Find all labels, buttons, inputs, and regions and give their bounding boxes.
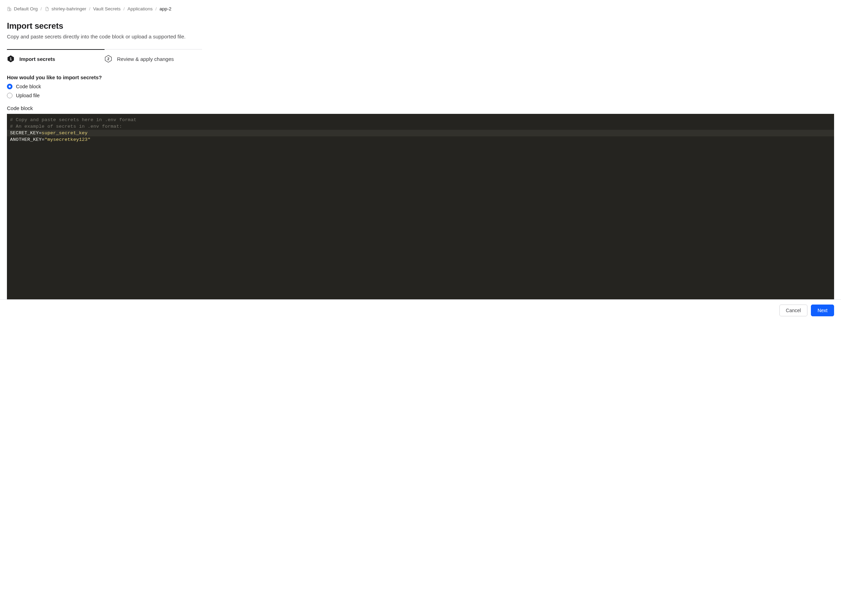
step-2-label: Review & apply changes <box>117 56 174 62</box>
footer-actions: Cancel Next <box>0 299 841 321</box>
radio-icon <box>7 84 12 89</box>
radio-code-block[interactable]: Code block <box>7 84 834 89</box>
cancel-button[interactable]: Cancel <box>779 305 808 316</box>
code-line: ANOTHER_KEY="mysecretkey123" <box>7 136 834 143</box>
radio-label: Code block <box>16 84 41 89</box>
step-import-secrets[interactable]: 1 Import secrets <box>7 49 104 63</box>
org-icon <box>7 7 12 12</box>
breadcrumb-current: app-2 <box>160 6 172 12</box>
code-line: # Copy and paste secrets here in .env fo… <box>7 117 834 123</box>
radio-label: Upload file <box>16 93 40 98</box>
import-method-radio-group: Code block Upload file <box>7 84 834 98</box>
step-1-badge: 1 <box>7 55 15 63</box>
radio-upload-file[interactable]: Upload file <box>7 93 834 98</box>
breadcrumb-separator: / <box>123 6 125 12</box>
page-title: Import secrets <box>7 21 834 31</box>
code-editor[interactable]: # Copy and paste secrets here in .env fo… <box>7 114 834 299</box>
code-line: # An example of secrets in .env format: <box>7 123 834 130</box>
file-icon <box>45 7 50 12</box>
svg-rect-1 <box>10 8 11 10</box>
breadcrumb-org[interactable]: Default Org <box>14 6 38 12</box>
next-button[interactable]: Next <box>811 305 834 316</box>
breadcrumb-service[interactable]: Vault Secrets <box>93 6 120 12</box>
breadcrumb-separator: / <box>89 6 90 12</box>
svg-rect-0 <box>7 7 10 11</box>
stepper: 1 Import secrets 2 Review & apply change… <box>7 49 202 63</box>
breadcrumb-section[interactable]: Applications <box>127 6 153 12</box>
step-2-badge: 2 <box>104 55 112 63</box>
radio-icon <box>7 93 12 98</box>
breadcrumb-separator: / <box>41 6 42 12</box>
step-1-label: Import secrets <box>19 56 55 62</box>
page-subtitle: Copy and paste secrets directly into the… <box>7 34 834 40</box>
import-method-question: How would you like to import secrets? <box>7 75 834 80</box>
step-review-apply[interactable]: 2 Review & apply changes <box>104 49 202 63</box>
code-line: SECRET_KEY=super_secret_key <box>7 130 834 136</box>
code-block-label: Code block <box>7 105 834 111</box>
breadcrumb-project[interactable]: shirley-bahringer <box>51 6 87 12</box>
breadcrumb: Default Org / shirley-bahringer / Vault … <box>7 6 834 12</box>
breadcrumb-separator: / <box>156 6 157 12</box>
